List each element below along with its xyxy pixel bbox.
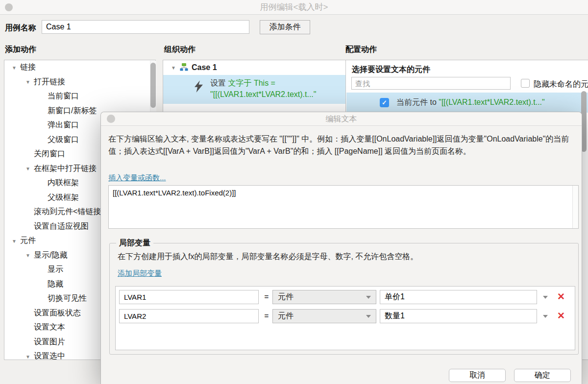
tree-item-label: 父级窗口	[48, 135, 79, 145]
variable-type-dropdown[interactable]: 元件	[272, 290, 376, 304]
expand-triangle-icon[interactable]: ▼	[23, 354, 33, 360]
expand-triangle-icon[interactable]: ▼	[23, 252, 33, 258]
ok-button[interactable]: 确定	[514, 369, 571, 382]
target-widget-row[interactable]: ✓ 当前元件 to "[[(LVAR1.text*LVAR2.text).t..…	[346, 93, 588, 113]
variable-type-value: 元件	[278, 311, 294, 321]
window-close-icon[interactable]	[5, 3, 13, 11]
tree-item-label: 设置文本	[34, 322, 65, 333]
chevron-down-icon	[366, 296, 371, 299]
tree-item-label: 切换可见性	[48, 293, 87, 304]
configure-heading: 选择要设置文本的元件	[352, 65, 430, 75]
checked-checkbox-icon[interactable]: ✓	[380, 98, 389, 107]
action-description: 设置 文字于 This = "[[(LVAR1.text*LVAR2.text)…	[210, 77, 347, 100]
tree-item[interactable]: ▼ 打开链接	[4, 75, 155, 90]
variable-value-input[interactable]	[380, 290, 537, 304]
tree-item[interactable]: ▼ 链接	[4, 60, 155, 75]
variable-value-input[interactable]	[380, 309, 537, 323]
tree-item-label: 链接	[20, 62, 36, 72]
expand-triangle-icon[interactable]: ▼	[23, 79, 33, 85]
dialog-instructions: 在下方编辑区输入文本, 变量名称或表达式要写在 "[[""]]" 中。例如：插入…	[108, 133, 577, 157]
tree-item-label: 隐藏	[48, 279, 63, 289]
variable-name-input[interactable]	[119, 309, 259, 323]
tree-scrollbar-thumb[interactable]	[150, 63, 156, 108]
search-input[interactable]	[351, 77, 511, 90]
window-titlebar: 用例编辑<载入时>	[0, 0, 588, 15]
dialog-titlebar: 编辑文本	[101, 112, 582, 126]
local-variables-legend: 局部变量	[116, 238, 153, 248]
tree-item-label: 元件	[20, 236, 36, 246]
tree-item-label: 当前窗口	[48, 91, 79, 101]
tree-item-label: 在框架中打开链接	[34, 164, 97, 174]
cancel-button[interactable]: 取消	[449, 369, 506, 382]
case-editor-window: 用例编辑<载入时> 用例名称 添加条件 添加动作 组织动作 配置动作 ▼ 链接 …	[0, 0, 588, 384]
local-variables-description: 在下方创建用于插入fx的局部变量，局部变量名称必须是字母、数字, 不允许包含空格…	[118, 252, 418, 262]
dialog-close-icon[interactable]	[107, 115, 115, 123]
column-header-add-action: 添加动作	[5, 45, 36, 55]
tree-item-label: 设置图片	[34, 337, 65, 347]
case-name-input[interactable]	[42, 20, 249, 34]
tree-item-label: 设置面板状态	[34, 308, 81, 318]
tree-item-label: 关闭窗口	[34, 149, 65, 159]
local-variables-list: = 元件 ✕ = 元件	[115, 286, 575, 350]
add-condition-button[interactable]: 添加条件	[260, 20, 310, 34]
case-name-label: 用例名称	[5, 23, 36, 33]
tree-item-label: 显示	[48, 264, 63, 275]
column-header-configure-action: 配置动作	[345, 45, 377, 55]
column-header-organize-action: 组织动作	[164, 45, 196, 55]
target-widget-text: 当前元件 to "[[(LVAR1.text*LVAR2.text).t..."	[396, 97, 545, 108]
expand-triangle-icon[interactable]: ▼	[169, 65, 178, 71]
lightning-icon	[195, 80, 203, 96]
sitemap-icon	[180, 63, 188, 73]
edit-text-dialog: 编辑文本 在下方编辑区输入文本, 变量名称或表达式要写在 "[[""]]" 中。…	[100, 112, 582, 384]
case-tree-row[interactable]: ▼ Case 1	[163, 60, 351, 75]
variable-type-value: 元件	[278, 292, 294, 302]
add-local-variable-link[interactable]: 添加局部变量	[118, 269, 162, 278]
local-variable-row: = 元件 ✕	[116, 309, 575, 323]
delete-variable-button[interactable]: ✕	[557, 291, 565, 302]
tree-item-label: 设置选中	[34, 351, 65, 360]
expand-triangle-icon[interactable]: ▼	[23, 166, 33, 171]
chevron-down-icon	[366, 315, 371, 318]
tree-item-label: 打开链接	[34, 77, 65, 87]
delete-variable-button[interactable]: ✕	[557, 310, 565, 321]
expand-triangle-icon[interactable]: ▼	[9, 65, 19, 71]
textarea-scrollbar-track[interactable]	[572, 186, 578, 228]
local-variables-fieldset: 局部变量 在下方创建用于插入fx的局部变量，局部变量名称必须是字母、数字, 不允…	[109, 243, 579, 355]
equals-sign: =	[262, 292, 271, 301]
dialog-title: 编辑文本	[101, 112, 582, 126]
tree-item-label: 滚动到元件<锚链接>	[34, 207, 106, 217]
tree-item-label: 显示/隐藏	[34, 250, 67, 261]
equals-sign: =	[262, 312, 271, 320]
case-label: Case 1	[192, 63, 217, 72]
local-variable-row: = 元件 ✕	[116, 290, 575, 304]
tree-item-label: 内联框架	[48, 178, 79, 188]
expand-triangle-icon[interactable]: ▼	[9, 238, 19, 244]
tree-item-label: 设置自适应视图	[34, 221, 89, 232]
hide-unnamed-checkbox[interactable]	[521, 79, 530, 88]
tree-item-label: 父级框架	[48, 192, 79, 203]
selected-action-row[interactable]: 设置 文字于 This = "[[(LVAR1.text*LVAR2.text)…	[163, 75, 351, 104]
chevron-down-icon[interactable]	[543, 296, 548, 299]
window-title: 用例编辑<载入时>	[0, 0, 588, 15]
chevron-down-icon[interactable]	[543, 315, 548, 318]
tree-item[interactable]: ▼ 当前窗口	[4, 89, 155, 104]
variable-type-dropdown[interactable]: 元件	[272, 309, 376, 323]
tree-item-label: 弹出窗口	[48, 120, 79, 130]
tree-item-label: 新窗口/新标签	[48, 106, 97, 116]
check-icon: ✓	[382, 99, 387, 106]
hide-unnamed-label: 隐藏未命名的元件	[534, 79, 588, 90]
expression-textarea[interactable]	[108, 185, 579, 229]
insert-variable-link[interactable]: 插入变量或函数...	[108, 173, 166, 183]
variable-name-input[interactable]	[119, 290, 259, 304]
